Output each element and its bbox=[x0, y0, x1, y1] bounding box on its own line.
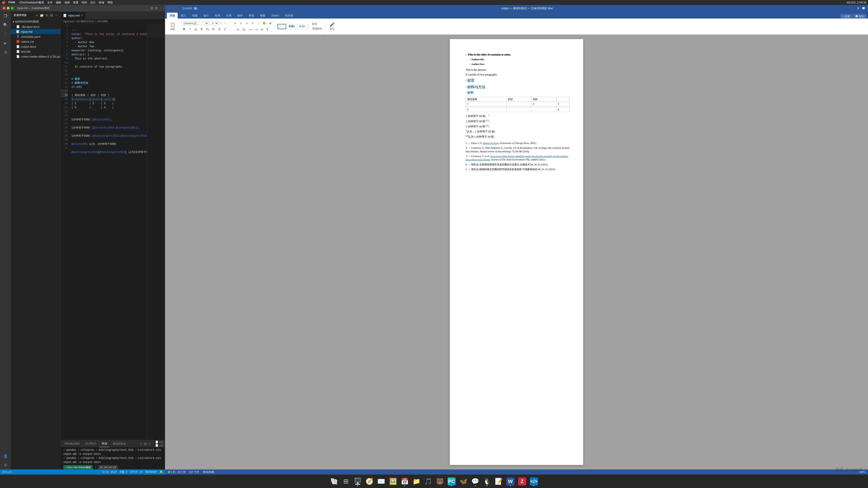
collapse-icon[interactable]: ⊟ bbox=[50, 13, 53, 17]
close-button[interactable] bbox=[3, 7, 5, 9]
align-center-button[interactable]: ≡ bbox=[239, 21, 243, 26]
search-icon[interactable]: 🔍 bbox=[3, 22, 8, 28]
menu-help2[interactable]: 帮助 bbox=[107, 1, 113, 4]
tab-input-md[interactable]: 📝 input.md × bbox=[61, 11, 86, 19]
word-close-btn[interactable] bbox=[168, 7, 170, 10]
strikethrough-button[interactable]: S bbox=[199, 27, 204, 32]
font-select[interactable]: Cambria (正... bbox=[182, 21, 209, 25]
bullets-button[interactable]: •≡ bbox=[236, 27, 241, 32]
font-grow-icon[interactable]: A↑ bbox=[219, 22, 223, 25]
menu-select[interactable]: 编辑 bbox=[56, 1, 61, 4]
bold-button[interactable]: B bbox=[182, 27, 186, 32]
maximize-button[interactable] bbox=[11, 7, 13, 9]
more-sidebar-icon[interactable]: ··· bbox=[55, 13, 58, 17]
sidebar-tree: ▾ MARKDOWN教程 📄 ~$output.docx 📝 input.md … bbox=[11, 19, 61, 185]
debug-icon[interactable]: ▶ bbox=[3, 40, 8, 46]
breadcrumb: input.md > ## 材料与方法 > ### 材料 bbox=[61, 19, 165, 24]
apple-icon[interactable]: 🍎 bbox=[2, 1, 6, 4]
editor-content[interactable]: --- title: "This is the title: it contai… bbox=[70, 24, 147, 185]
align-right-button[interactable]: ≡ bbox=[244, 21, 249, 26]
style-heading2[interactable]: 标题2 bbox=[298, 24, 307, 29]
style-normal[interactable]: 正文 bbox=[278, 24, 286, 29]
word-tab-home[interactable]: 开始 bbox=[167, 13, 178, 19]
shading-button[interactable]: 🎨 bbox=[262, 21, 267, 26]
word-tab-layout[interactable]: 布局 bbox=[212, 13, 223, 19]
dictate-button[interactable]: 🎤 听写 bbox=[328, 22, 329, 31]
word-tab-view[interactable]: 视图 bbox=[257, 13, 268, 19]
file-zotero-xpi[interactable]: 📄 zotero-better-bibtex-5.4.29.xpi bbox=[11, 54, 61, 59]
split-editor-icon[interactable]: ⊞ bbox=[151, 6, 153, 10]
font-size-select[interactable]: 小四 bbox=[210, 21, 219, 25]
indent-increase-button[interactable]: →≡ bbox=[253, 27, 258, 32]
tab-close-icon[interactable]: × bbox=[81, 13, 83, 17]
autosave-toggle[interactable]: ● bbox=[193, 7, 197, 10]
paste-label: 粘贴 bbox=[170, 28, 175, 31]
align-row: ≡ ≡ ≡ ≡ ↕ 🎨 ⊞ bbox=[232, 21, 273, 26]
menu-run[interactable]: 转到 bbox=[82, 1, 87, 4]
line-numbers: 12345 678910 1112131415 1617 18 19202122… bbox=[61, 24, 70, 185]
file-nature-csl[interactable]: 🔴 nature.csl bbox=[11, 39, 61, 44]
word-tab-insert[interactable]: 插入 bbox=[178, 13, 189, 19]
word-ribbon: 开始 插入 绘图 设计 布局 引用 邮件 审阅 视图 Zotero 告诉我 ↑ … bbox=[165, 12, 329, 35]
word-maximize-btn[interactable] bbox=[176, 7, 179, 10]
word-tab-tell[interactable]: 告诉我 bbox=[282, 13, 296, 19]
align-justify-button[interactable]: ≡ bbox=[250, 21, 255, 26]
word-tab-zotero[interactable]: Zotero bbox=[269, 13, 282, 19]
folder-markdown[interactable]: ▾ MARKDOWN教程 bbox=[11, 19, 61, 24]
subscript-button[interactable]: X₂ bbox=[205, 27, 210, 32]
extensions-icon[interactable]: ⊞ bbox=[3, 49, 8, 55]
line-spacing-button[interactable]: ↕ bbox=[256, 21, 261, 26]
word-tab-draw[interactable]: 绘图 bbox=[189, 13, 200, 19]
tab-label: input.md bbox=[68, 14, 80, 17]
layout-icon[interactable]: ⊟ bbox=[155, 6, 158, 10]
menu-go[interactable]: 查看 bbox=[73, 1, 79, 4]
indent-decrease-button[interactable]: ←≡ bbox=[247, 27, 252, 32]
git-icon[interactable]: ⑂ bbox=[3, 31, 8, 37]
new-folder-icon[interactable]: 📁 bbox=[40, 13, 44, 17]
align-left-button[interactable]: ≡ bbox=[232, 21, 238, 26]
file-output-docx[interactable]: 📄 output.docx bbox=[11, 44, 61, 49]
style-apply-button[interactable]: 样式 bbox=[311, 22, 323, 26]
file-metadata-yaml[interactable]: ❕ metadata.yaml bbox=[11, 34, 61, 39]
word-tab-mail[interactable]: 邮件 bbox=[235, 13, 246, 19]
paste-button[interactable]: 📋 粘贴 bbox=[168, 22, 177, 31]
more-icon[interactable]: ··· bbox=[160, 6, 162, 10]
file-label: input.md bbox=[21, 30, 32, 33]
file-label: nature.csl bbox=[21, 40, 34, 43]
style-manage-button[interactable]: 管理样式 bbox=[311, 27, 323, 31]
app-menu[interactable]: Code bbox=[8, 1, 15, 4]
explorer-icon[interactable]: ❐ bbox=[3, 13, 8, 19]
menu-file[interactable]: ~/Doc/markdown教程 bbox=[18, 1, 44, 4]
ribbon-format-group: Cambria (正... 小四 A↑ A↓ B I U S X₂ X² A bbox=[180, 20, 230, 33]
word-tab-review[interactable]: 审阅 bbox=[246, 13, 257, 19]
numbering-button[interactable]: 1≡ bbox=[241, 27, 246, 32]
show-marks-button[interactable]: ¶ bbox=[265, 27, 270, 32]
menu-edit[interactable]: 文件 bbox=[47, 1, 53, 4]
menu-terminal[interactable]: 运行 bbox=[90, 1, 96, 4]
minimize-button[interactable] bbox=[7, 7, 9, 9]
refresh-icon[interactable]: ↻ bbox=[46, 13, 49, 17]
border-button[interactable]: ⊞ bbox=[268, 21, 273, 26]
traffic-lights bbox=[3, 7, 13, 9]
underline-button[interactable]: U bbox=[193, 27, 198, 32]
italic-button[interactable]: I bbox=[187, 27, 192, 32]
styles-down-icon[interactable]: ▼ bbox=[307, 27, 310, 29]
sort-button[interactable]: ↕A bbox=[259, 27, 264, 32]
highlight-button[interactable]: 🖊 bbox=[223, 27, 228, 32]
new-file-icon[interactable]: + bbox=[36, 13, 38, 17]
file-icon: ❕ bbox=[16, 35, 20, 38]
font-color-button[interactable]: A bbox=[217, 27, 222, 32]
ribbon-paragraph-group: ≡ ≡ ≡ ≡ ↕ 🎨 ⊞ •≡ 1≡ ←≡ →≡ ↕A ¶ bbox=[231, 20, 275, 33]
style-heading1[interactable]: 标题1 bbox=[287, 24, 297, 29]
superscript-button[interactable]: X² bbox=[211, 27, 216, 32]
word-minimize-btn[interactable] bbox=[172, 7, 175, 10]
file-input-md[interactable]: 📝 input.md bbox=[11, 29, 61, 34]
word-tab-references[interactable]: 引用 bbox=[223, 13, 234, 19]
styles-up-icon[interactable]: ▲ bbox=[307, 24, 310, 26]
menu-view[interactable]: 选择 bbox=[64, 1, 70, 4]
file-output-docx-dollar[interactable]: 📄 ~$output.docx bbox=[11, 24, 61, 29]
file-test-bib[interactable]: 📄 test.bib bbox=[11, 49, 61, 54]
menu-help[interactable]: 终端 bbox=[99, 1, 104, 4]
word-tab-design[interactable]: 设计 bbox=[201, 13, 212, 19]
font-shrink-icon[interactable]: A↓ bbox=[224, 22, 228, 25]
